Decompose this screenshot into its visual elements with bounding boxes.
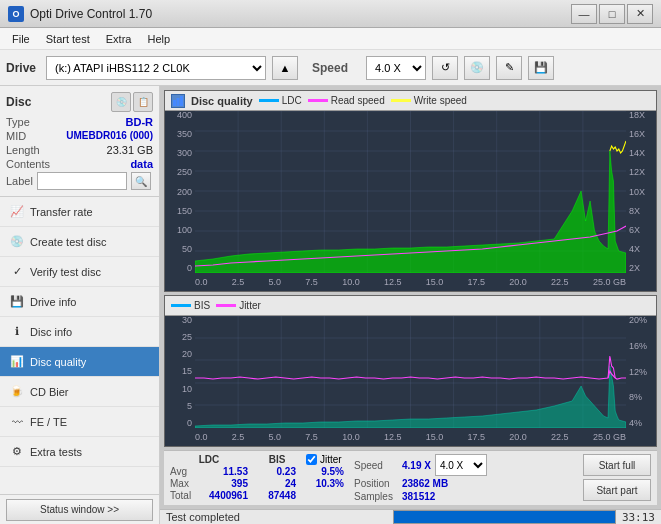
eject-button[interactable]: ▲	[272, 56, 298, 80]
nav-cd-bier[interactable]: 🍺 CD Bier	[0, 377, 159, 407]
bottom-bar: Test completed 33:13	[160, 509, 661, 524]
status-bar-section: Status window >>	[0, 494, 159, 524]
main-content: Disc quality LDC Read speed Write speed	[160, 86, 661, 524]
disc-section: Disc 💿 📋 Type BD-R MID UMEBDR016 (000) L…	[0, 86, 159, 197]
jitter-checkbox[interactable]	[306, 454, 317, 465]
legend-read-speed: Read speed	[308, 95, 385, 106]
contents-value: data	[130, 158, 153, 170]
legend-ldc-label: LDC	[282, 95, 302, 106]
nav-disc-quality-label: Disc quality	[30, 356, 86, 368]
svg-rect-2	[180, 96, 183, 106]
menu-help[interactable]: Help	[139, 31, 178, 47]
speed-col: Speed 4.19 X 4.0 X Position 23862 MB Sam…	[354, 454, 487, 502]
ldc-header: LDC	[170, 454, 248, 465]
label-label: Label	[6, 175, 33, 187]
stats-ldc-col: LDC Avg 11.53 Max 395 Total 4400961	[170, 454, 248, 501]
legend-read-speed-dot	[308, 99, 328, 102]
nav-extra-tests-label: Extra tests	[30, 446, 82, 458]
nav-create-test-disc[interactable]: 💿 Create test disc	[0, 227, 159, 257]
legend-bis-label: BIS	[194, 300, 210, 311]
disc-icon2[interactable]: 📋	[133, 92, 153, 112]
menu-file[interactable]: File	[4, 31, 38, 47]
disc-info-icon: ℹ	[10, 325, 24, 339]
ldc-max: 395	[202, 478, 248, 489]
drive-select[interactable]: (k:) ATAPI iHBS112 2 CL0K	[46, 56, 266, 80]
samples-row: Samples 381512	[354, 491, 487, 502]
position-value: 23862 MB	[402, 478, 448, 489]
maximize-button[interactable]: □	[599, 4, 625, 24]
chart1-y-axis-right: 18X 16X 14X 12X 10X 8X 6X 4X 2X	[626, 111, 656, 273]
progress-bar	[393, 510, 616, 524]
status-window-btn[interactable]: Status window >>	[6, 499, 153, 521]
nav-drive-info-label: Drive info	[30, 296, 76, 308]
menu-extra[interactable]: Extra	[98, 31, 140, 47]
jitter-check-row: Jitter	[306, 454, 344, 465]
app-title: Opti Drive Control 1.70	[30, 7, 152, 21]
bis-avg: 0.23	[258, 466, 296, 477]
refresh-button[interactable]: ↺	[432, 56, 458, 80]
chart2-x-axis: 0.0 2.5 5.0 7.5 10.0 12.5 15.0 17.5 20.0…	[195, 428, 626, 446]
transfer-rate-icon: 📈	[10, 205, 24, 219]
speed-label-text: Speed	[354, 460, 398, 471]
window-controls: — □ ✕	[571, 4, 653, 24]
nav-extra-tests[interactable]: ⚙ Extra tests	[0, 437, 159, 467]
avg-label: Avg	[170, 466, 198, 477]
app-icon: O	[8, 6, 24, 22]
nav-disc-info[interactable]: ℹ Disc info	[0, 317, 159, 347]
label-btn[interactable]: 🔍	[131, 172, 151, 190]
nav-fe-te[interactable]: 〰 FE / TE	[0, 407, 159, 437]
chart1-svg	[195, 111, 626, 273]
nav-verify-test-disc[interactable]: ✓ Verify test disc	[0, 257, 159, 287]
create-test-disc-icon: 💿	[10, 235, 24, 249]
extra-tests-icon: ⚙	[10, 445, 24, 459]
write-button[interactable]: ✎	[496, 56, 522, 80]
ldc-total: 4400961	[202, 490, 248, 501]
legend-write-speed-dot	[391, 99, 411, 102]
nav-cd-bier-label: CD Bier	[30, 386, 69, 398]
chart1-y-axis-left: 400 350 300 250 200 150 100 50 0	[165, 111, 195, 273]
disc-quality-icon: 📊	[10, 355, 24, 369]
minimize-button[interactable]: —	[571, 4, 597, 24]
speed-select[interactable]: 4.0 X	[366, 56, 426, 80]
stats-bar: LDC Avg 11.53 Max 395 Total 4400961	[164, 450, 657, 505]
chart2-y-axis-left: 30 25 20 15 10 5 0	[165, 316, 195, 428]
legend-jitter: Jitter	[216, 300, 261, 311]
disc-icon1[interactable]: 💿	[111, 92, 131, 112]
drive-info-icon: 💾	[10, 295, 24, 309]
nav-disc-quality[interactable]: 📊 Disc quality	[0, 347, 159, 377]
type-label: Type	[6, 116, 30, 128]
menu-start-test[interactable]: Start test	[38, 31, 98, 47]
cd-bier-icon: 🍺	[10, 385, 24, 399]
bis-total: 87448	[258, 490, 296, 501]
label-input[interactable]	[37, 172, 127, 190]
legend-read-speed-label: Read speed	[331, 95, 385, 106]
legend-ldc-dot	[259, 99, 279, 102]
time-display: 33:13	[622, 511, 655, 524]
nav-transfer-rate[interactable]: 📈 Transfer rate	[0, 197, 159, 227]
start-part-button[interactable]: Start part	[583, 479, 651, 501]
length-label: Length	[6, 144, 40, 156]
length-value: 23.31 GB	[107, 144, 153, 156]
nav-create-test-disc-label: Create test disc	[30, 236, 106, 248]
stats-bis-col: BIS 0.23 24 87448	[258, 454, 296, 501]
speed-dropdown[interactable]: 4.0 X	[435, 454, 487, 476]
chart1-x-axis: 0.0 2.5 5.0 7.5 10.0 12.5 15.0 17.5 20.0…	[195, 273, 626, 291]
mid-value: UMEBDR016 (000)	[66, 130, 153, 142]
close-button[interactable]: ✕	[627, 4, 653, 24]
sidebar: Disc 💿 📋 Type BD-R MID UMEBDR016 (000) L…	[0, 86, 160, 524]
legend-bis: BIS	[171, 300, 210, 311]
chart2-y-axis-right: 20% 16% 12% 8% 4%	[626, 316, 656, 428]
speed-row: Speed 4.19 X 4.0 X	[354, 454, 487, 476]
nav-drive-info[interactable]: 💾 Drive info	[0, 287, 159, 317]
legend-jitter-dot	[216, 304, 236, 307]
save-button[interactable]: 💾	[528, 56, 554, 80]
fe-te-icon: 〰	[10, 415, 24, 429]
chart1-title: Disc quality	[191, 95, 253, 107]
legend-ldc: LDC	[259, 95, 302, 106]
contents-label: Contents	[6, 158, 50, 170]
speed-value: 4.19 X	[402, 460, 431, 471]
chart-container: Disc quality LDC Read speed Write speed	[160, 86, 661, 509]
disc-button[interactable]: 💿	[464, 56, 490, 80]
svg-rect-1	[177, 98, 180, 106]
start-full-button[interactable]: Start full	[583, 454, 651, 476]
